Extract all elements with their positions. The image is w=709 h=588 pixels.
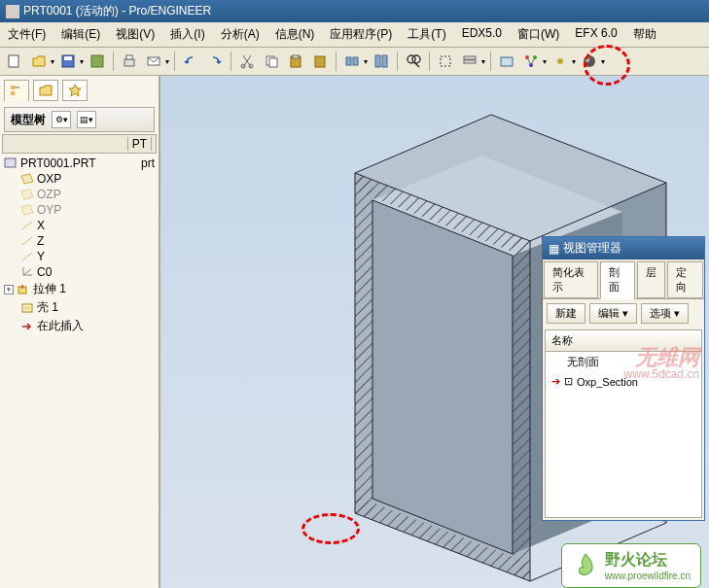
datum-axis-button[interactable] [520,51,542,72]
datum-plane-button[interactable] [496,51,517,72]
col-name [7,137,128,151]
axis-icon [20,251,34,262]
list-spacer [546,391,701,517]
panel-buttons: 新建 编辑 ▾ 选项 ▾ [543,299,704,328]
menu-insert[interactable]: 插入(I) [166,24,208,45]
tab-simplified[interactable]: 简化表示 [544,261,598,298]
regenerate-button[interactable] [341,51,363,72]
undo-button[interactable] [180,51,201,72]
title-bar: PRT0001 (活动的) - Pro/ENGINEER [0,0,709,22]
active-arrow-icon: ➔ [551,375,560,388]
svg-rect-10 [269,58,277,67]
find-button[interactable] [403,51,424,72]
copy-button[interactable] [261,51,282,72]
redo-button[interactable] [204,51,226,72]
tree-item[interactable]: OYP [4,202,155,218]
tab-orient[interactable]: 定向 [667,261,703,298]
edit-button[interactable]: 编辑 ▾ [589,303,637,324]
tree-item[interactable]: 在此插入 [4,317,155,335]
datum-point-button[interactable] [549,51,571,72]
tab-section[interactable]: 剖面 [600,261,636,299]
save-button[interactable] [57,51,79,72]
new-button[interactable] [4,51,25,72]
svg-rect-21 [441,56,450,66]
separator [490,52,491,71]
tab-folder[interactable] [33,80,58,101]
svg-rect-5 [126,55,132,59]
menu-bar: 文件(F) 编辑(E) 视图(V) 插入(I) 分析(A) 信息(N) 应用程序… [0,22,709,48]
select-button[interactable] [435,51,456,72]
dropdown-icon[interactable]: ▾ [543,57,547,66]
list-item[interactable]: ➔ ⊡ Oxp_Section [546,372,701,391]
tree-item[interactable]: Z [4,233,155,249]
paste-special-button[interactable] [309,51,331,72]
list-header: 名称 [546,330,701,352]
expander-icon[interactable]: + [4,285,14,294]
menu-info[interactable]: 信息(N) [271,24,319,45]
tree-item[interactable]: 壳 1 [4,298,155,317]
model-player-button[interactable] [371,51,392,72]
menu-file[interactable]: 文件(F) [4,24,50,45]
tree-item[interactable]: OZP [4,187,155,202]
tab-model-tree[interactable] [4,80,29,101]
options-button[interactable]: 选项 ▾ [641,303,689,324]
csys-icon [20,266,34,278]
email-button[interactable] [143,51,164,72]
tree-item-label: OXP [37,172,61,186]
sidebar: 模型树 ⚙▾ ▤▾ PT PRT0001.PRT prt OXPOZPOYPXZ… [0,76,160,588]
appearance-button[interactable] [579,51,600,72]
menu-window[interactable]: 窗口(W) [514,24,563,45]
svg-rect-24 [501,57,513,66]
menu-edx[interactable]: EDX5.0 [458,24,506,45]
dropdown-icon[interactable]: ▾ [165,57,169,66]
tree-show-button[interactable]: ▤▾ [77,111,96,128]
tree-root[interactable]: PRT0001.PRT prt [4,156,155,171]
dropdown-icon[interactable]: ▾ [51,57,54,66]
tab-favorites[interactable] [62,80,88,101]
svg-rect-2 [64,56,72,60]
tree-title: 模型树 [11,112,46,128]
viewport-3d[interactable]: OXP ▦ 视图管理器 简化表示 剖面 层 定向 新建 编辑 ▾ 选项 ▾ 名称 [160,76,709,588]
svg-rect-13 [315,56,325,67]
svg-rect-36 [5,158,16,167]
menu-edit[interactable]: 编辑(E) [57,24,104,45]
tree-item[interactable]: Y [4,249,155,264]
dropdown-icon[interactable]: ▾ [80,57,84,66]
cut-button[interactable] [236,51,258,72]
menu-analysis[interactable]: 分析(A) [217,24,264,45]
selection-filter-button[interactable] [459,51,480,72]
plane-icon [20,173,34,185]
dropdown-icon[interactable]: ▾ [601,57,605,66]
svg-rect-16 [375,55,380,67]
tree-item[interactable]: C0 [4,264,155,280]
panel-icon: ▦ [549,242,559,256]
dropdown-icon[interactable]: ▾ [364,57,368,66]
sidebar-tabs [0,76,159,105]
svg-rect-12 [293,55,299,58]
svg-line-37 [22,222,32,229]
tree-item[interactable]: X [4,218,155,233]
tree-item[interactable]: OXP [4,171,155,187]
menu-efx[interactable]: EFX 6.0 [571,24,620,45]
new-button[interactable]: 新建 [547,303,585,324]
panel-title-bar: ▦ 视图管理器 [543,237,704,259]
paste-button[interactable] [285,51,306,72]
column-header: PT [2,134,157,154]
menu-app[interactable]: 应用程序(P) [326,24,396,45]
menu-help[interactable]: 帮助 [629,24,660,45]
window-title: PRT0001 (活动的) - Pro/ENGINEER [23,3,211,19]
dropdown-icon[interactable]: ▾ [572,57,576,66]
tree-item[interactable]: +拉伸 1 [4,280,155,298]
tree-root-val: prt [141,156,155,170]
tree-settings-button[interactable]: ⚙▾ [52,111,71,128]
menu-view[interactable]: 视图(V) [112,24,159,45]
print-button[interactable] [119,51,140,72]
dropdown-icon[interactable]: ▾ [481,57,485,66]
menu-tools[interactable]: 工具(T) [404,24,449,45]
main-area: 模型树 ⚙▾ ▤▾ PT PRT0001.PRT prt OXPOZPOYPXZ… [0,76,709,588]
list-item[interactable]: 无剖面 [546,352,701,372]
save-copy-button[interactable] [87,51,108,72]
tab-layer[interactable]: 层 [637,261,665,298]
open-button[interactable] [28,51,50,72]
axis-icon [20,220,34,231]
